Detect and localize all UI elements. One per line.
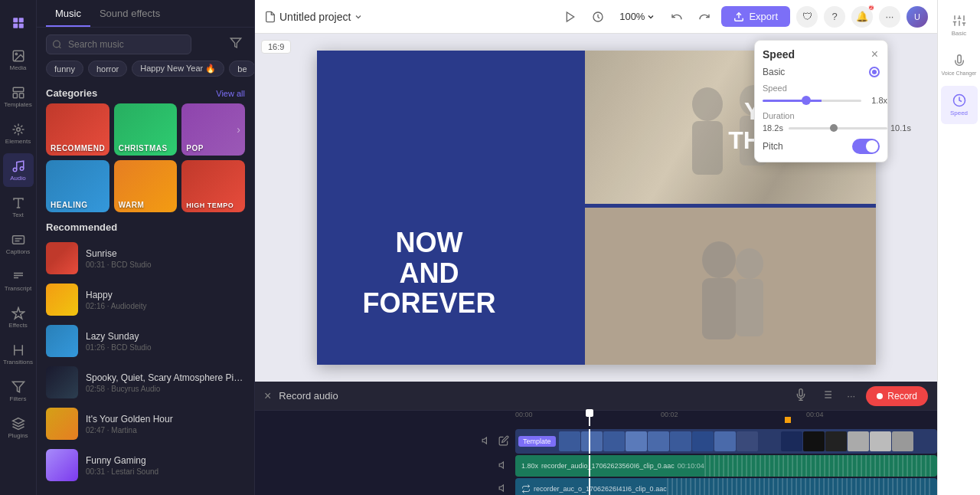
redo-button[interactable] [694, 8, 715, 26]
list-item[interactable]: Happy 02:16 · Audiodeity [37, 279, 254, 320]
sidebar-item-text[interactable]: Text [3, 190, 34, 224]
svg-rect-1 [18, 18, 23, 22]
track-info-lazy: Lazy Sunday 01:26 · BCD Studio [86, 331, 245, 352]
undo-button[interactable] [666, 8, 688, 26]
recommended-header: Recommended [37, 218, 254, 238]
video-volume-button[interactable] [482, 435, 492, 448]
timeline-tracks: Template [255, 426, 937, 495]
audio2-volume-button[interactable] [498, 483, 509, 496]
list-item[interactable]: Spooky, Quiet, Scary Atmosphere Piano 02… [37, 362, 254, 403]
zoom-control[interactable]: 100% [615, 8, 660, 25]
tag-happynewyear[interactable]: Happy New Year 🔥 [132, 61, 224, 77]
duration-slider[interactable] [789, 127, 887, 129]
sidebar-item-media[interactable]: Media [3, 43, 34, 77]
project-name[interactable]: Untitled project [264, 11, 363, 23]
shield-button[interactable]: 🛡 [796, 6, 818, 28]
sidebar-item-transcript[interactable]: Transcript [3, 264, 34, 297]
audio1-volume-button[interactable] [498, 460, 509, 473]
view-all-link[interactable]: View all [216, 89, 245, 98]
play-button[interactable] [560, 8, 581, 26]
more-button[interactable]: ··· [879, 6, 900, 28]
category-christmas[interactable]: CHRISTMAS [114, 103, 178, 156]
speed-close-button[interactable]: × [870, 48, 880, 61]
svg-rect-0 [13, 18, 18, 22]
timer-button[interactable] [587, 8, 609, 26]
equalizer-icon [952, 14, 966, 28]
list-item[interactable]: Lazy Sunday 01:26 · BCD Studio [37, 320, 254, 362]
more-options-button[interactable]: ··· [844, 387, 858, 405]
track-thumb-funny [46, 449, 78, 481]
duration-start: 18.2s [763, 123, 786, 133]
tab-sound-effects[interactable]: Sound effects [90, 0, 169, 27]
speed-slider-row: 1.8x [763, 96, 880, 105]
ruler-mark-4: 00:04 [806, 411, 824, 418]
canvas-area: 16:9 [255, 34, 937, 382]
category-warm[interactable]: WARM [114, 160, 178, 212]
sidebar-item-elements[interactable]: Elements [3, 116, 34, 150]
top-bar: Untitled project 100% Export [255, 0, 937, 34]
audio-track-1-row: 1.80x recorder_audio_17062623560I6_clip_… [255, 455, 937, 477]
rp-item-basic[interactable]: Basic [941, 6, 978, 44]
export-button[interactable]: Export [721, 6, 790, 27]
rp-item-speed[interactable]: Speed [941, 86, 978, 124]
audio2-filename: recorder_auc_o_17062626I41I6_clip_0.aac [534, 485, 667, 493]
speed-slider[interactable] [763, 100, 861, 102]
audio-track-2[interactable]: recorder_auc_o_17062626I41I6_clip_0.aac [515, 478, 937, 495]
undo-icon [671, 11, 683, 23]
list-item[interactable]: It's Your Golden Hour 02:47 · Martina [37, 403, 254, 444]
record-close-button[interactable]: × [264, 389, 271, 403]
svg-rect-3 [18, 24, 23, 28]
rp-item-voicechanger[interactable]: Voice Changer [941, 46, 978, 84]
edit-icon [498, 435, 509, 446]
category-healing[interactable]: HEALING [46, 160, 109, 212]
list-item[interactable]: Sunrise 00:31 · BCD Studio [37, 238, 254, 279]
speed-basic-radio[interactable] [869, 67, 880, 77]
pitch-toggle[interactable] [852, 139, 880, 154]
tag-be[interactable]: be [229, 61, 254, 77]
category-pop[interactable]: POP › [181, 103, 245, 156]
speed-panel-header: Speed × [763, 48, 880, 61]
track-info-spooky: Spooky, Quiet, Scary Atmosphere Piano 02… [86, 372, 245, 393]
sidebar-item-effects[interactable]: Effects [3, 300, 34, 334]
sidebar-item-home[interactable] [3, 6, 34, 40]
video-edit-button[interactable] [498, 435, 509, 448]
tab-music[interactable]: Music [46, 0, 90, 27]
music-list: Sunrise 00:31 · BCD Studio Happy 02:16 ·… [37, 238, 254, 495]
audio-track-1[interactable]: 1.80x recorder_audio_17062623560I6_clip_… [515, 455, 937, 477]
list-item[interactable]: Funny Gaming 00:31 · Lestari Sound [37, 444, 254, 486]
microphone-button[interactable] [792, 385, 810, 406]
tag-horror[interactable]: horror [88, 61, 127, 77]
sidebar-item-audio[interactable]: Audio [3, 153, 34, 187]
chevron-down-icon [354, 12, 363, 21]
video-track[interactable]: Template [515, 429, 937, 454]
avatar[interactable]: U [906, 6, 928, 28]
category-recommend[interactable]: RECOMMEND [46, 103, 109, 156]
tag-funny[interactable]: funny [46, 61, 83, 77]
sidebar-item-templates[interactable]: Templates [3, 80, 34, 113]
sidebar-item-transitions[interactable]: Transitions [3, 337, 34, 371]
speed-basic-label: Basic [763, 67, 785, 77]
category-grid: RECOMMEND CHRISTMAS POP › HEALING WARM [37, 103, 254, 218]
top-bar-controls: 100% Export 🛡 ? 🔔 2 ··· U [560, 6, 928, 28]
sidebar-item-plugins[interactable]: Plugins [3, 411, 34, 444]
svg-rect-6 [13, 87, 24, 91]
search-input[interactable] [46, 34, 191, 54]
filter-button[interactable] [227, 34, 245, 54]
svg-marker-41 [482, 437, 486, 443]
sidebar-item-filters[interactable]: Filters [3, 374, 34, 408]
list-button[interactable] [818, 385, 836, 406]
category-hightempo[interactable]: HIGH TEMPO [181, 160, 245, 212]
svg-marker-42 [499, 461, 503, 467]
video-track-label: Template [518, 436, 556, 447]
playhead-handle[interactable] [586, 409, 593, 417]
audio2-waveform [667, 478, 931, 495]
notification-button[interactable]: 🔔 2 [851, 6, 873, 28]
record-button[interactable]: Record [866, 386, 928, 406]
list-icon [821, 388, 833, 401]
speed-basic-row: Basic [763, 67, 880, 77]
track-thumb-happy [46, 284, 78, 316]
timeline-playhead [589, 411, 590, 426]
sidebar-item-captions[interactable]: Captions [3, 227, 34, 261]
duration-row: Duration 18.2s 10.1s [763, 111, 880, 133]
help-button[interactable]: ? [824, 6, 845, 28]
